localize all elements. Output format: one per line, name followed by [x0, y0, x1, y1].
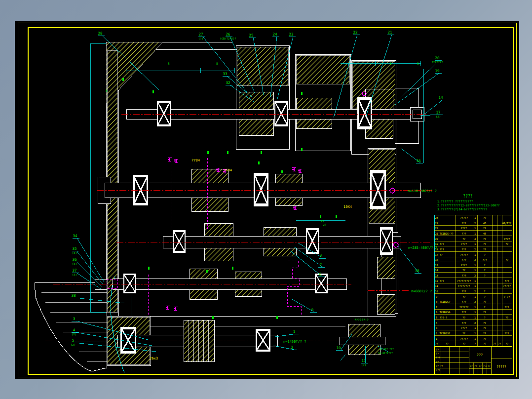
- speed-annotation: n=285-460?/? ?: [408, 246, 437, 250]
- table-cell: ??: [483, 326, 486, 329]
- table-cell: 2: [474, 300, 476, 303]
- table-cell: ???: [461, 222, 466, 225]
- table-cell: ???: [461, 311, 466, 314]
- balloon-label: 38: [71, 293, 76, 298]
- titleblock-cell: ??: [488, 365, 491, 367]
- table-cell: 1: [474, 306, 476, 309]
- table-cell: 18: [435, 248, 438, 251]
- table-header: ??: [483, 342, 486, 345]
- table-cell: 1: [474, 227, 476, 230]
- table-cell: 1: [436, 337, 437, 340]
- dimension-text: 8: [106, 89, 108, 92]
- balloon-sublabel: (?): [198, 37, 203, 40]
- speed-annotation: n=660?/? ?: [411, 289, 432, 293]
- table-cell: ?: [484, 290, 485, 293]
- balloon-label: 14: [438, 95, 443, 100]
- table-cell: 1: [474, 232, 476, 235]
- table-cell: ??: [483, 242, 486, 245]
- titleblock-cell: ?? ??: [436, 365, 443, 367]
- table-cell: ?7?7: [504, 238, 510, 240]
- titleblock-cell: ??: [470, 365, 473, 367]
- dimension-text: 8: [417, 62, 419, 65]
- table-cell: ???: [461, 300, 466, 303]
- table-cell: ???: [461, 321, 466, 324]
- table-cell: ??: [483, 238, 486, 240]
- table-cell: 10: [435, 290, 438, 293]
- balloon-label: 17: [436, 110, 440, 115]
- table-cell: ??: [483, 248, 486, 251]
- balloon-label: 26: [226, 32, 230, 37]
- titleblock-drawing-title: ???: [477, 353, 483, 357]
- table-cell: ??: [462, 332, 465, 335]
- table-cell: 1: [474, 316, 476, 319]
- balloon-label: 6: [319, 272, 322, 277]
- table-cell: ? ??: [504, 295, 510, 298]
- table-cell: 1: [474, 264, 476, 267]
- balloon-label: 8: [320, 254, 323, 258]
- table-cell: 4: [474, 238, 476, 240]
- balloon-label: 24: [272, 32, 277, 37]
- dimension-text: 8: [168, 62, 170, 65]
- balloon-label: 33: [223, 72, 227, 76]
- table-cell: ??: [483, 337, 486, 340]
- table-cell: ???: [440, 248, 444, 251]
- table-cell: ??: [505, 258, 508, 261]
- table-cell: 2: [436, 332, 437, 335]
- table-cell: 5: [436, 316, 437, 319]
- titleblock-cell: ??: [436, 353, 439, 355]
- balloon-sublabel: (8): [72, 251, 77, 254]
- table-cell: ??: [483, 216, 486, 219]
- table-cell: TX1B2S?: [440, 332, 451, 335]
- notes-line: 2.???????????12-28????????132-300??: [437, 203, 500, 207]
- table-cell: 45: [483, 222, 486, 225]
- table-cell: 11: [435, 284, 438, 287]
- table-cell: ????: [461, 264, 467, 267]
- balloon-label: 2: [291, 345, 294, 350]
- table-cell: 14: [435, 269, 438, 272]
- balloon-sublabel: (2): [436, 115, 441, 118]
- titleblock-cell: ?:?: [483, 365, 487, 367]
- notes-line: 3.???????(?)14-6????2???????: [437, 207, 488, 211]
- table-cell: 1: [474, 337, 476, 340]
- table-cell: ?: [484, 295, 485, 298]
- table-cell: ??????: [459, 306, 469, 309]
- table-cell: 16: [435, 258, 438, 261]
- dimension-text: 35: [320, 219, 324, 223]
- part-number-callout: ?784: [191, 159, 200, 162]
- table-cell: ??: [440, 253, 443, 256]
- dimension-text: x8: [323, 223, 327, 227]
- table-cell: 4: [436, 321, 437, 324]
- balloon-label: 36: [72, 257, 77, 262]
- table-cell: GB/T??: [502, 222, 512, 225]
- titleblock-cell: ??: [474, 365, 477, 367]
- balloon-sublabel: (8): [72, 262, 77, 265]
- titleblock-sheet-name: ?????: [496, 365, 506, 369]
- table-header: ??: [498, 342, 501, 345]
- table-cell: 24: [435, 216, 438, 219]
- part-number-callout: 26x3: [150, 357, 158, 360]
- balloon-label: 3: [73, 317, 76, 321]
- table-cell: ???: [461, 274, 466, 277]
- notes-title: ????: [463, 194, 472, 199]
- table-header: ??: [435, 342, 438, 345]
- notes-line: 1.??????? ??????????: [437, 200, 473, 203]
- table-cell: ???: [440, 242, 444, 245]
- balloon-label: 16: [416, 159, 421, 163]
- balloon-sublabel: (?): [361, 363, 366, 366]
- balloon-label: 1: [293, 329, 296, 334]
- table-header: ?: [474, 342, 476, 345]
- table-cell: ??: [505, 242, 508, 245]
- table-cell: 2: [474, 258, 476, 261]
- table-cell: ???: [461, 290, 466, 293]
- dimension-text: 8: [216, 62, 218, 65]
- table-cell: 8: [436, 300, 437, 303]
- table-cell: 1: [474, 284, 476, 287]
- balloon-label: 37: [72, 268, 76, 273]
- table-cell: ?: [484, 264, 485, 267]
- balloon-label: 21: [387, 30, 392, 35]
- table-cell: TX1B2S-??: [440, 232, 454, 235]
- table-cell: 23: [435, 222, 438, 225]
- table-cell: ????: [461, 326, 467, 329]
- cad-drawing-canvas[interactable]: 2827(?)26(GB/T276)?252423222120???????19…: [0, 0, 532, 399]
- table-cell: 1: [474, 311, 476, 314]
